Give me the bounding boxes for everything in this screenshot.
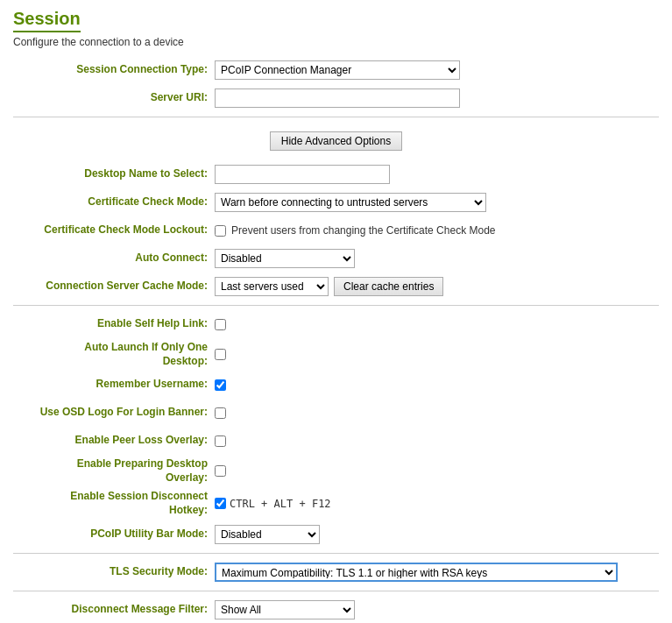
- peer-loss-checkbox[interactable]: [215, 435, 226, 447]
- cache-mode-control: Last servers used Custom server list Cle…: [215, 277, 659, 296]
- cert-check-mode-label: Certificate Check Mode:: [13, 195, 215, 209]
- peer-loss-label: Enable Peer Loss Overlay:: [13, 434, 215, 448]
- hide-advanced-button[interactable]: Hide Advanced Options: [270, 131, 402, 151]
- pcoip-bar-control: Disabled Enabled: [215, 525, 659, 544]
- hide-advanced-row: Hide Advanced Options: [13, 124, 659, 158]
- session-connection-type-row: Session Connection Type: PCoIP Connectio…: [13, 59, 659, 81]
- osd-logo-checkbox[interactable]: [215, 407, 226, 419]
- cert-lockout-checkbox[interactable]: [215, 225, 226, 237]
- self-help-checkbox[interactable]: [215, 319, 226, 330]
- session-connection-type-select[interactable]: PCoIP Connection Manager: [215, 60, 460, 80]
- desktop-name-row: Desktop Name to Select:: [13, 163, 659, 186]
- cache-mode-row: Connection Server Cache Mode: Last serve…: [13, 275, 659, 298]
- osd-logo-row: Use OSD Logo For Login Banner:: [13, 401, 659, 424]
- server-uri-control: [215, 88, 659, 108]
- hotkey-text: CTRL + ALT + F12: [230, 498, 331, 510]
- disconnect-filter-label: Disconnect Message Filter:: [13, 603, 215, 617]
- remember-username-label: Remember Username:: [13, 378, 215, 392]
- server-uri-row: Server URI:: [13, 87, 659, 110]
- page-container: Session Configure the connection to a de…: [0, 0, 672, 623]
- desktop-name-control: [215, 165, 659, 184]
- pcoip-bar-row: PCoIP Utility Bar Mode: Disabled Enabled: [13, 523, 659, 546]
- cache-mode-label: Connection Server Cache Mode:: [13, 280, 215, 294]
- session-disconnect-control: CTRL + ALT + F12: [215, 498, 659, 510]
- auto-launch-label: Auto Launch If Only OneDesktop:: [13, 341, 215, 368]
- auto-launch-row: Auto Launch If Only OneDesktop:: [13, 341, 659, 368]
- cert-lockout-row: Certificate Check Mode Lockout: Prevent …: [13, 219, 659, 242]
- auto-launch-control: [215, 349, 659, 360]
- auto-launch-checkbox[interactable]: [215, 349, 226, 360]
- preparing-desktop-row: Enable Preparing DesktopOverlay:: [13, 457, 659, 485]
- tls-security-select[interactable]: Maximum Compatibility: TLS 1.1 or higher…: [215, 563, 618, 582]
- auto-connect-row: Auto Connect: Disabled Enabled: [13, 247, 659, 270]
- cert-check-mode-select[interactable]: Warn before connecting to untrusted serv…: [215, 193, 486, 212]
- tls-security-label: TLS Security Mode:: [13, 565, 215, 579]
- preparing-desktop-control: [215, 465, 659, 477]
- disconnect-filter-row: Disconnect Message Filter: Show All Show…: [13, 598, 659, 621]
- self-help-control: [215, 319, 659, 330]
- cert-lockout-control: Prevent users from changing the Certific…: [215, 224, 659, 237]
- pcoip-bar-select[interactable]: Disabled Enabled: [215, 525, 320, 544]
- clear-cache-button[interactable]: Clear cache entries: [334, 277, 443, 296]
- divider-4: [13, 591, 659, 591]
- cert-check-mode-control: Warn before connecting to untrusted serv…: [215, 193, 659, 212]
- divider-1: [13, 117, 659, 117]
- peer-loss-row: Enable Peer Loss Overlay:: [13, 429, 659, 452]
- preparing-desktop-checkbox[interactable]: [215, 465, 226, 477]
- session-disconnect-row: Enable Session DisconnectHotkey: CTRL + …: [13, 490, 659, 517]
- session-disconnect-area: CTRL + ALT + F12: [215, 498, 331, 510]
- session-connection-type-control: PCoIP Connection Manager: [215, 60, 659, 80]
- session-disconnect-label: Enable Session DisconnectHotkey:: [13, 490, 215, 517]
- disconnect-filter-select[interactable]: Show All Show Errors Only: [215, 600, 355, 619]
- disconnect-filter-control: Show All Show Errors Only: [215, 600, 659, 619]
- desktop-name-input[interactable]: [215, 165, 390, 184]
- page-title: Session: [13, 9, 81, 32]
- remember-username-checkbox[interactable]: [215, 379, 226, 391]
- cert-lockout-label: Certificate Check Mode Lockout:: [13, 223, 215, 237]
- server-uri-label: Server URI:: [13, 91, 215, 105]
- auto-connect-select[interactable]: Disabled Enabled: [215, 249, 355, 268]
- preparing-desktop-label: Enable Preparing DesktopOverlay:: [13, 457, 215, 485]
- tls-security-row: TLS Security Mode: Maximum Compatibility…: [13, 561, 659, 584]
- auto-connect-label: Auto Connect:: [13, 251, 215, 265]
- divider-3: [13, 553, 659, 554]
- self-help-label: Enable Self Help Link:: [13, 317, 215, 331]
- remember-username-control: [215, 379, 659, 391]
- osd-logo-label: Use OSD Logo For Login Banner:: [13, 406, 215, 420]
- peer-loss-control: [215, 435, 659, 447]
- auto-connect-control: Disabled Enabled: [215, 249, 659, 268]
- cert-check-mode-row: Certificate Check Mode: Warn before conn…: [13, 191, 659, 214]
- remember-username-row: Remember Username:: [13, 373, 659, 396]
- self-help-row: Enable Self Help Link:: [13, 313, 659, 336]
- session-connection-type-label: Session Connection Type:: [13, 63, 215, 77]
- page-subtitle: Configure the connection to a device: [13, 36, 659, 48]
- cert-lockout-text: Prevent users from changing the Certific…: [231, 224, 495, 237]
- server-uri-input[interactable]: [215, 88, 460, 108]
- osd-logo-control: [215, 407, 659, 419]
- cache-mode-select[interactable]: Last servers used Custom server list: [215, 277, 329, 296]
- session-disconnect-checkbox[interactable]: [215, 498, 226, 509]
- tls-security-control: Maximum Compatibility: TLS 1.1 or higher…: [215, 563, 659, 582]
- pcoip-bar-label: PCoIP Utility Bar Mode:: [13, 527, 215, 542]
- desktop-name-label: Desktop Name to Select:: [13, 167, 215, 181]
- divider-2: [13, 305, 659, 306]
